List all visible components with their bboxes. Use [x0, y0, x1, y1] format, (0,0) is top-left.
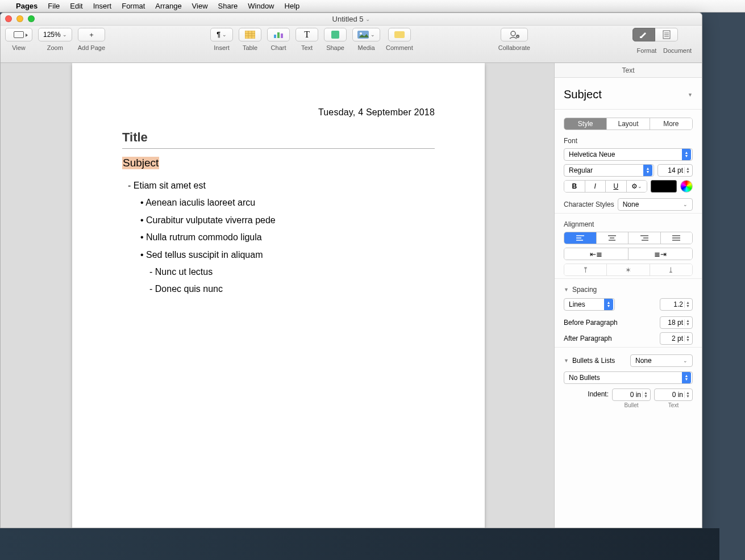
list-item[interactable]: Nulla rutrum commodo ligula [122, 229, 435, 246]
stepper-icon[interactable]: ▲▼ [684, 167, 691, 174]
zoom-value: 125% [43, 31, 61, 39]
after-paragraph-input[interactable]: 2 pt ▲▼ [660, 332, 693, 345]
subtab-more[interactable]: More [650, 118, 692, 129]
text-indent-caption: Text [654, 402, 693, 408]
stepper-icon[interactable]: ▲▼ [642, 391, 649, 398]
text-indent-input[interactable]: 0 in ▲▼ [654, 388, 693, 401]
font-family-value: Helvetica Neue [569, 151, 615, 158]
format-button[interactable] [632, 28, 655, 41]
table-button[interactable] [239, 28, 261, 41]
horizontal-alignment [564, 232, 693, 244]
before-paragraph-input[interactable]: 18 pt ▲▼ [660, 316, 693, 329]
list-item[interactable]: Donec quis nunc [122, 281, 435, 298]
document-subject-selected[interactable]: Subject [122, 157, 159, 169]
list-item[interactable]: Curabitur vulputate viverra pede [122, 212, 435, 229]
align-right-button[interactable] [628, 232, 660, 244]
bold-button[interactable]: B [564, 181, 585, 192]
list-item[interactable]: Nunc ut lectus [122, 264, 435, 281]
shape-button[interactable] [324, 28, 347, 41]
list-item[interactable]: Etiam sit amet est [122, 177, 435, 194]
menu-share[interactable]: Share [218, 2, 238, 10]
disclosure-triangle-icon[interactable]: ▼ [564, 287, 569, 292]
menu-help[interactable]: Help [285, 2, 300, 10]
character-styles-select[interactable]: None ⌄ [618, 198, 693, 211]
valign-top-button[interactable]: ⤒ [564, 264, 606, 275]
svg-rect-5 [274, 35, 276, 38]
media-button[interactable]: ⌄ [352, 28, 380, 41]
align-center-button[interactable] [596, 232, 629, 244]
window-zoom-button[interactable] [28, 15, 35, 22]
chart-label: Chart [271, 44, 286, 51]
subtab-style[interactable]: Style [564, 118, 606, 129]
stepper-icon[interactable]: ▲▼ [684, 391, 691, 398]
svg-rect-7 [281, 34, 283, 38]
text-indent-value: 0 in [672, 391, 683, 399]
table-icon [245, 31, 255, 39]
spacing-value-input[interactable]: 1.2 ▲▼ [660, 298, 693, 311]
chart-button[interactable] [267, 28, 290, 41]
collaborate-label: Collaborate [498, 44, 530, 51]
bullets-mode-value: No Bullets [569, 374, 600, 382]
bullets-preset-select[interactable]: None ⌄ [630, 354, 693, 367]
valign-top-icon: ⤒ [582, 266, 589, 274]
menu-arrange[interactable]: Arrange [155, 2, 181, 10]
shape-label: Shape [326, 44, 344, 51]
disclosure-triangle-icon[interactable]: ▼ [564, 358, 569, 363]
spacing-mode-select[interactable]: Lines ▲▼ [564, 298, 615, 311]
menu-edit[interactable]: Edit [70, 2, 82, 10]
stepper-icon[interactable]: ▲▼ [684, 319, 691, 326]
menu-format[interactable]: Format [122, 2, 145, 10]
menu-app[interactable]: Pages [16, 2, 38, 10]
chevron-down-icon: ⌄ [638, 183, 642, 189]
italic-button[interactable]: I [585, 181, 606, 192]
font-family-select[interactable]: Helvetica Neue ▲▼ [564, 148, 693, 161]
indent-button[interactable]: ≣⇥ [628, 248, 692, 260]
svg-rect-0 [245, 31, 255, 39]
document-button[interactable] [655, 28, 678, 41]
chevron-down-icon[interactable]: ▼ [688, 92, 693, 98]
valign-bottom-button[interactable]: ⤓ [650, 264, 692, 275]
zoom-dropdown[interactable]: 125%⌄ [38, 28, 72, 41]
stepper-icon[interactable]: ▲▼ [684, 335, 691, 342]
outdent-button[interactable]: ⇤≣ [564, 248, 628, 260]
text-options-button[interactable]: ⚙︎⌄ [626, 181, 647, 192]
add-page-button[interactable]: ＋ [78, 28, 105, 41]
color-picker-button[interactable] [680, 180, 693, 193]
align-right-icon [640, 235, 649, 241]
view-button[interactable] [5, 28, 32, 41]
valign-middle-button[interactable]: ✶ [606, 264, 649, 275]
stepper-icon[interactable]: ▲▼ [684, 301, 691, 308]
bullets-mode-select[interactable]: No Bullets ▲▼ [564, 371, 693, 384]
list-text: Curabitur vulputate viverra pede [146, 215, 276, 225]
window-minimize-button[interactable] [16, 15, 23, 22]
valign-bottom-icon: ⤓ [668, 266, 674, 274]
font-size-input[interactable]: 14 pt ▲▼ [657, 164, 693, 177]
underline-button[interactable]: U [605, 181, 626, 192]
comment-button[interactable] [388, 28, 411, 41]
list-item[interactable]: Sed tellus suscipit in aliquam [122, 246, 435, 264]
spacing-label: Spacing [572, 286, 597, 294]
inspector-tab-text[interactable]: Text [555, 63, 702, 78]
window-close-button[interactable] [5, 15, 12, 22]
document-heading-title[interactable]: Title [122, 130, 435, 145]
brush-icon [639, 31, 649, 39]
chevron-down-icon: ⌄ [683, 358, 688, 363]
menu-insert[interactable]: Insert [93, 2, 112, 10]
paragraph-style-name[interactable]: Subject [564, 88, 602, 101]
menu-view[interactable]: View [192, 2, 208, 10]
document-canvas[interactable]: Tuesday, 4 September 2018 Title Subject … [1, 63, 554, 528]
insert-button[interactable]: ¶⌄ [210, 28, 233, 41]
collaborate-button[interactable]: + [501, 28, 528, 41]
align-justify-button[interactable] [660, 232, 693, 244]
menu-window[interactable]: Window [248, 2, 274, 10]
text-button[interactable]: T [295, 28, 318, 41]
comment-icon [394, 31, 405, 38]
list-item[interactable]: Aenean iaculis laoreet arcu [122, 194, 435, 211]
bullet-indent-input[interactable]: 0 in ▲▼ [612, 388, 651, 401]
font-weight-select[interactable]: Regular ▲▼ [564, 164, 654, 177]
menu-file[interactable]: File [48, 2, 60, 10]
text-color-swatch[interactable] [651, 180, 677, 193]
document-title[interactable]: Untitled 5 ⌄ [332, 15, 371, 23]
subtab-layout[interactable]: Layout [606, 118, 649, 129]
align-left-button[interactable] [564, 232, 596, 244]
